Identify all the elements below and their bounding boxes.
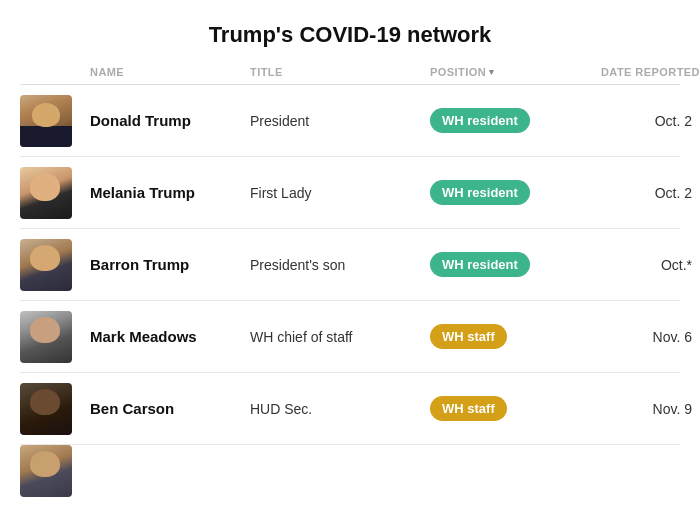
date-reported: Nov. 6 — [590, 329, 700, 345]
avatar-cell — [20, 239, 90, 291]
table-row: Melania Trump First Lady WH resident Oct… — [20, 157, 680, 229]
avatar — [20, 167, 72, 219]
position-badge: WH staff — [430, 396, 507, 421]
date-reported: Oct. 2 — [590, 185, 700, 201]
table-row: Donald Trump President WH resident Oct. … — [20, 85, 680, 157]
table-row-partial — [20, 445, 680, 497]
avatar-cell — [20, 167, 90, 219]
col-header-date: DATE REPORTED — [590, 66, 700, 78]
person-title: First Lady — [250, 185, 430, 201]
date-reported: Oct.* — [590, 257, 700, 273]
page-title: Trump's COVID-19 network — [0, 0, 700, 62]
person-title: President — [250, 113, 430, 129]
position-cell: WH staff — [430, 324, 590, 349]
main-table: NAME TITLE POSITION ▾ DATE REPORTED Dona… — [0, 62, 700, 497]
table-row: Mark Meadows WH chief of staff WH staff … — [20, 301, 680, 373]
person-name: Melania Trump — [90, 184, 250, 201]
avatar — [20, 383, 72, 435]
position-badge: WH staff — [430, 324, 507, 349]
person-name: Barron Trump — [90, 256, 250, 273]
avatar — [20, 311, 72, 363]
avatar — [20, 239, 72, 291]
date-reported: Oct. 2 — [590, 113, 700, 129]
position-badge: WH resident — [430, 252, 530, 277]
person-name: Mark Meadows — [90, 328, 250, 345]
person-title: WH chief of staff — [250, 329, 430, 345]
avatar-cell — [20, 311, 90, 363]
col-header-position[interactable]: POSITION ▾ — [430, 66, 590, 78]
avatar — [20, 445, 72, 497]
table-header: NAME TITLE POSITION ▾ DATE REPORTED — [20, 62, 680, 85]
avatar-cell — [20, 445, 90, 497]
col-header-spacer — [20, 66, 90, 78]
position-cell: WH resident — [430, 108, 590, 133]
person-name: Ben Carson — [90, 400, 250, 417]
person-title: President's son — [250, 257, 430, 273]
col-header-name: NAME — [90, 66, 250, 78]
position-cell: WH resident — [430, 252, 590, 277]
position-badge: WH resident — [430, 108, 530, 133]
position-badge: WH resident — [430, 180, 530, 205]
avatar-cell — [20, 383, 90, 435]
table-row: Ben Carson HUD Sec. WH staff Nov. 9 — [20, 373, 680, 445]
position-cell: WH staff — [430, 396, 590, 421]
date-reported: Nov. 9 — [590, 401, 700, 417]
col-header-title: TITLE — [250, 66, 430, 78]
position-cell: WH resident — [430, 180, 590, 205]
person-name: Donald Trump — [90, 112, 250, 129]
table-body: Donald Trump President WH resident Oct. … — [20, 85, 680, 497]
avatar-cell — [20, 95, 90, 147]
sort-icon: ▾ — [489, 67, 494, 77]
avatar — [20, 95, 72, 147]
person-title: HUD Sec. — [250, 401, 430, 417]
table-row: Barron Trump President's son WH resident… — [20, 229, 680, 301]
